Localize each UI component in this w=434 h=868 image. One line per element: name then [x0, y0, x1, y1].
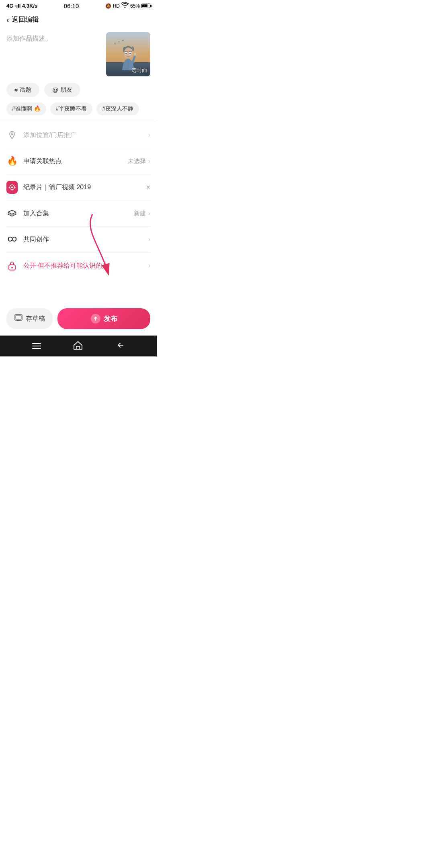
channel-close-icon[interactable]: × [146, 183, 150, 192]
content-area: 添加作品描述.. [0, 27, 157, 115]
location-right: › [148, 131, 150, 139]
svg-rect-4 [134, 53, 136, 55]
desc-cover-row: 添加作品描述.. [6, 32, 150, 76]
collab-right: › [148, 236, 150, 243]
collection-chevron-icon: › [148, 210, 150, 217]
channel-right: × [146, 183, 150, 192]
tag-buttons: # 话题 @ 朋友 [6, 83, 150, 97]
svg-rect-20 [16, 315, 21, 319]
hotspot-right: 未选择 › [128, 158, 150, 165]
svg-point-13 [11, 133, 13, 135]
home-indicator [0, 336, 157, 356]
channel-label: 纪录片｜箭厂视频 2019 [23, 183, 146, 192]
battery-percent: 65% [130, 3, 140, 9]
channel-icon [6, 182, 18, 193]
svg-point-17 [11, 267, 13, 268]
privacy-label: 公开·但不推荐给可能认识的人 [23, 262, 148, 270]
status-bar: 4G ·ıll 4.3K/s 06:10 🔕 HD 65% [0, 0, 157, 11]
lock-icon [6, 260, 18, 271]
draft-button[interactable]: 存草稿 [6, 308, 53, 329]
location-chevron-icon: › [148, 131, 150, 139]
hd-label: HD [113, 3, 120, 9]
collab-chevron-icon: › [148, 236, 150, 243]
channel-item[interactable]: 纪录片｜箭厂视频 2019 × [0, 174, 157, 200]
battery-icon [141, 4, 150, 8]
publish-button[interactable]: 发布 [57, 308, 150, 329]
status-left: 4G ·ıll 4.3K/s [6, 3, 37, 9]
back-nav-icon[interactable] [115, 341, 125, 351]
wifi-icon [121, 2, 129, 9]
at-icon: @ [52, 86, 58, 93]
topic-button[interactable]: # 话题 [6, 83, 39, 97]
location-label: 添加位置/门店推广 [23, 131, 148, 139]
hash-icon: # [14, 86, 18, 93]
collab-label: 共同创作 [23, 235, 148, 244]
bell-icon: 🔕 [105, 3, 111, 9]
status-time: 06:10 [64, 2, 79, 9]
home-icon[interactable] [73, 340, 83, 352]
draft-label: 存草稿 [26, 315, 45, 323]
menu-icon[interactable] [32, 343, 41, 349]
publish-circle-icon [91, 314, 100, 323]
location-item[interactable]: 添加位置/门店推广 › [0, 122, 157, 148]
collection-status: 新建 [134, 210, 146, 217]
chevron-left-icon: ‹ [6, 16, 9, 24]
collection-item[interactable]: 加入合集 新建 › [0, 201, 157, 226]
description-placeholder[interactable]: 添加作品描述.. [6, 32, 100, 43]
hashtag-chip-1[interactable]: #谁懂啊 🔥 [6, 102, 46, 115]
mention-button[interactable]: @ 朋友 [44, 83, 80, 97]
cover-image[interactable]: 选封面 [106, 32, 150, 76]
nav-bar: ‹ 返回编辑 [0, 11, 157, 27]
hashtag-chip-2[interactable]: #半夜睡不着 [50, 102, 93, 115]
svg-point-15 [11, 186, 13, 188]
publish-label: 发布 [104, 314, 117, 323]
hotspot-status: 未选择 [128, 158, 146, 165]
status-right: 🔕 HD 65% [105, 2, 150, 9]
hashtag-chip-3[interactable]: #夜深人不静 [96, 102, 139, 115]
svg-point-12 [130, 53, 131, 53]
collab-item[interactable]: CO 共同创作 › [0, 227, 157, 252]
mention-label: 朋友 [60, 86, 72, 94]
hotspot-chevron-icon: › [148, 158, 150, 165]
hashtag-row: #谁懂啊 🔥 #半夜睡不着 #夜深人不静 [6, 102, 150, 115]
cover-label[interactable]: 选封面 [131, 67, 147, 74]
layers-icon [6, 208, 18, 219]
svg-rect-24 [76, 346, 80, 349]
flame-icon: 🔥 [6, 156, 18, 167]
svg-point-11 [126, 53, 127, 53]
location-icon [6, 129, 18, 141]
privacy-right: › [148, 262, 150, 269]
bottom-spacer [0, 278, 157, 303]
co-icon: CO [6, 234, 18, 245]
hotspot-label: 申请关联热点 [23, 157, 128, 166]
co-text-icon: CO [8, 236, 16, 243]
privacy-chevron-icon: › [148, 262, 150, 269]
hotspot-item[interactable]: 🔥 申请关联热点 未选择 › [0, 148, 157, 174]
back-button[interactable]: ‹ 返回编辑 [6, 15, 39, 24]
topic-label: 话题 [19, 86, 31, 94]
draft-icon [14, 314, 23, 323]
bottom-actions: 存草稿 发布 [0, 303, 157, 336]
back-label: 返回编辑 [12, 15, 39, 24]
collection-label: 加入合集 [23, 209, 134, 218]
collection-right: 新建 › [134, 210, 150, 217]
privacy-item[interactable]: 公开·但不推荐给可能认识的人 › [0, 253, 157, 278]
